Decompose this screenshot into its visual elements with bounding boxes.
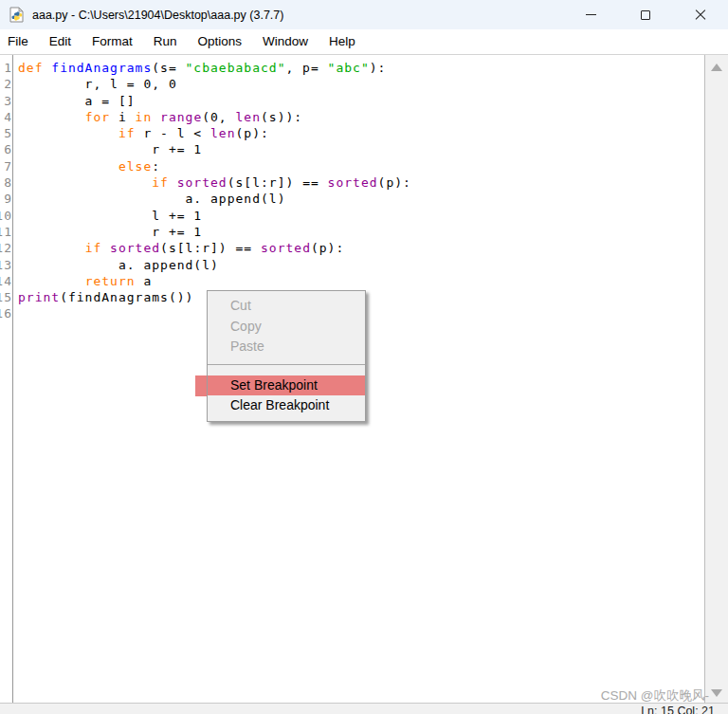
context-menu-separator (208, 364, 365, 365)
close-button[interactable] (673, 0, 728, 29)
cursor-position-label: Ln: 15 Col: 21 (641, 705, 715, 714)
context-item-paste: Paste (208, 337, 365, 357)
minimize-icon (586, 14, 596, 15)
code-line: a. append(l) (18, 257, 703, 273)
code-line: return a (18, 273, 703, 289)
code-line: r += 1 (18, 224, 703, 240)
idle-editor-window: aaa.py - C:\Users\21904\Desktop\aaa.py (… (0, 0, 728, 714)
code-line: if sorted(s[l:r]) == sorted(p): (18, 174, 703, 191)
minimize-button[interactable] (563, 0, 618, 29)
breakpoint-highlight-band (195, 375, 207, 396)
menu-window[interactable]: Window (252, 29, 318, 54)
menu-format[interactable]: Format (82, 29, 143, 54)
maximize-button[interactable] (618, 0, 673, 29)
line-number: 11 (0, 224, 12, 240)
close-icon (695, 9, 706, 21)
line-number: 15 (0, 289, 12, 305)
code-line: else: (18, 158, 703, 174)
code-line: if r - l < len(p): (18, 125, 703, 141)
line-number: 6 (0, 141, 12, 157)
line-number: 5 (0, 125, 12, 141)
context-item-copy: Copy (208, 317, 365, 338)
maximize-icon (641, 10, 650, 20)
code-line: r += 1 (18, 141, 703, 157)
line-number: 10 (0, 208, 12, 224)
python-file-icon (9, 7, 25, 23)
context-item-cut: Cut (208, 296, 365, 317)
line-number: 8 (0, 174, 12, 191)
vertical-scrollbar[interactable] (704, 55, 728, 703)
context-item-clear-breakpoint[interactable]: Clear Breakpoint (208, 395, 365, 416)
menu-file[interactable]: File (0, 29, 39, 54)
line-number: 16 (0, 305, 12, 321)
menu-options[interactable]: Options (188, 29, 253, 54)
context-menu: CutCopyPasteSet BreakpointClear Breakpoi… (207, 290, 366, 422)
code-line: a = [] (18, 93, 703, 109)
menu-edit[interactable]: Edit (39, 29, 82, 54)
code-line: for i in range(0, len(s)): (18, 109, 703, 125)
line-number: 1 (0, 60, 12, 76)
line-number: 2 (0, 76, 12, 92)
line-number: 12 (0, 240, 12, 256)
line-number: 4 (0, 109, 12, 125)
line-number: 13 (0, 257, 12, 273)
line-number-gutter: 12345678910111213141516 (0, 55, 13, 703)
csdn-watermark: CSDN @吹吹晚风- (601, 687, 709, 705)
line-number: 3 (0, 93, 12, 109)
menu-run[interactable]: Run (143, 29, 188, 54)
window-controls (563, 0, 728, 29)
code-line: l += 1 (18, 208, 703, 224)
line-number: 14 (0, 273, 12, 289)
line-number: 9 (0, 191, 12, 207)
menu-help[interactable]: Help (318, 29, 366, 54)
menu-bar: FileEditFormatRunOptionsWindowHelp (0, 29, 728, 54)
title-bar: aaa.py - C:\Users\21904\Desktop\aaa.py (… (0, 0, 728, 29)
scroll-up-icon[interactable] (711, 64, 722, 71)
code-line: def findAnagrams(s= "cbaebabacd", p= "ab… (18, 60, 703, 76)
window-title: aaa.py - C:\Users\21904\Desktop\aaa.py (… (32, 9, 283, 22)
line-number: 7 (0, 158, 12, 174)
scroll-down-icon[interactable] (711, 689, 722, 697)
code-line: a. append(l) (18, 191, 703, 207)
code-line: r, l = 0, 0 (18, 76, 703, 92)
context-item-set-breakpoint[interactable]: Set Breakpoint (208, 375, 365, 396)
code-line: if sorted(s[l:r]) == sorted(p): (18, 240, 703, 256)
